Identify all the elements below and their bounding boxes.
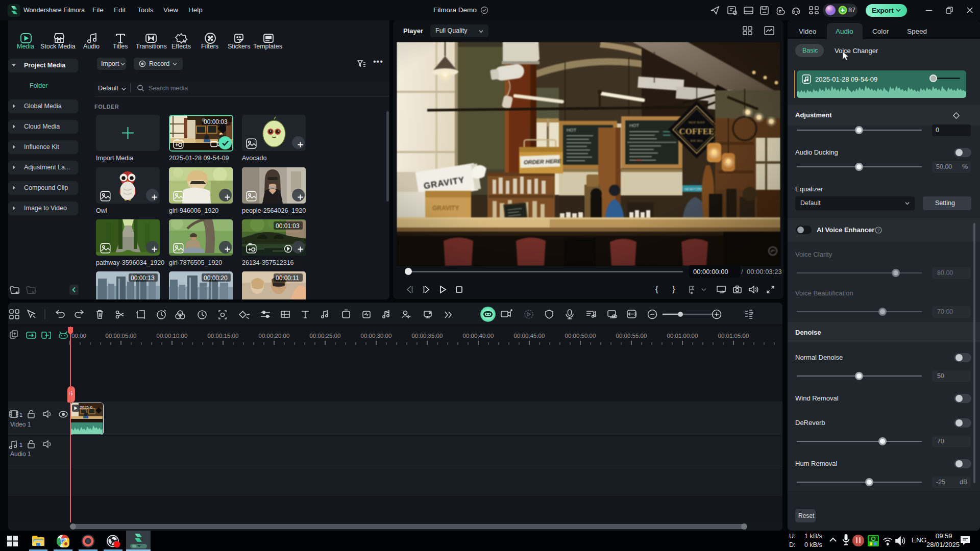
svg-text:00:01:05:00: 00:01:05:00 (718, 333, 749, 339)
svg-text:00:00:10:00: 00:00:10:00 (157, 333, 188, 339)
svg-text:00:00:35:00: 00:00:35:00 (412, 333, 443, 339)
svg-text:00:00:30:00: 00:00:30:00 (361, 333, 392, 339)
svg-text:00:00: 00:00 (71, 333, 86, 339)
svg-text:00:00:55:00: 00:00:55:00 (616, 333, 647, 339)
svg-text:00:00:45:00: 00:00:45:00 (514, 333, 545, 339)
svg-text:00:00:05:00: 00:00:05:00 (106, 333, 137, 339)
svg-text:00:00:50:00: 00:00:50:00 (565, 333, 596, 339)
svg-text:00:01:00:00: 00:01:00:00 (667, 333, 698, 339)
svg-text:1: 1 (19, 412, 22, 418)
svg-text:00:00:40:00: 00:00:40:00 (463, 333, 494, 339)
svg-text:00:00:20:00: 00:00:20:00 (259, 333, 290, 339)
svg-text:1: 1 (19, 442, 22, 448)
svg-text:00:00:25:00: 00:00:25:00 (310, 333, 341, 339)
svg-text:?: ? (877, 228, 879, 233)
svg-text:00:00:15:00: 00:00:15:00 (208, 333, 239, 339)
